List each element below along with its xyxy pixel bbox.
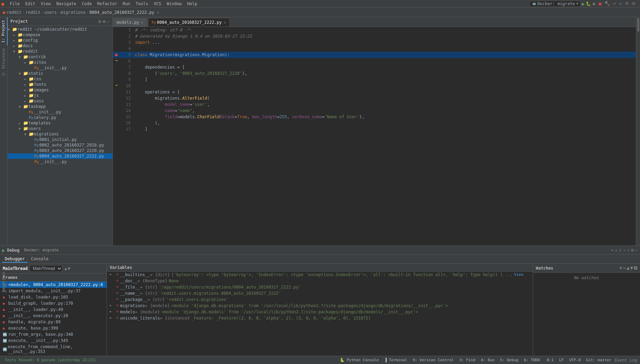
tab-console[interactable]: Console	[28, 256, 51, 263]
event-log-btn[interactable]: Event Log	[615, 358, 637, 363]
expand-sites[interactable]: ►	[24, 61, 28, 64]
expand-users[interactable]: ▼	[19, 127, 23, 131]
expand-static[interactable]: ▼	[19, 72, 23, 75]
remove-watch-btn[interactable]: −	[623, 265, 626, 271]
tree-celery[interactable]: Py celery.py	[8, 115, 112, 120]
expand-migrations[interactable]: ▼	[24, 132, 28, 136]
var-models[interactable]: ► ≡ models = {module} <module 'django.db…	[107, 309, 533, 315]
tree-users[interactable]: ▼ 📁 users	[8, 126, 112, 131]
expand-compose[interactable]: ►	[13, 33, 17, 37]
frame-init-loader[interactable]: ● __init__, loader.py:49	[0, 306, 107, 313]
tree-init-contrib[interactable]: Py __init__.py	[8, 65, 112, 71]
project-tab[interactable]: 1: Project	[0, 17, 8, 46]
step-into-btn[interactable]: ↓	[615, 247, 618, 253]
status-version-control[interactable]: 9: Version Control	[411, 358, 456, 362]
frame-import[interactable]: Py import_module, __init__.py:37	[0, 288, 107, 294]
tree-js[interactable]: ► 📁 js	[8, 93, 112, 98]
status-find[interactable]: 3: Find	[457, 358, 477, 362]
evaluate-btn[interactable]: ⚡	[627, 247, 630, 253]
resume-btn[interactable]: ▶	[2, 247, 5, 253]
menu-navigate[interactable]: Navigate	[53, 1, 79, 7]
tree-compose[interactable]: ► 📁 compose	[8, 32, 112, 38]
tab-models[interactable]: models.py ×	[113, 18, 147, 27]
expand-js[interactable]: ►	[24, 94, 28, 98]
tree-root[interactable]: ▼ 📁 reddit ~/cookiecutter/reddit	[8, 27, 112, 32]
tree-reddit[interactable]: ▼ 📁 reddit	[8, 49, 112, 54]
menu-help[interactable]: Help	[185, 1, 200, 7]
run-to-cursor-btn[interactable]: ⇢	[623, 247, 626, 253]
var-migrations[interactable]: ► ≡ migrations = {module} <module 'djang…	[107, 303, 533, 309]
tree-0002[interactable]: Py 0002_auto_20160327_2018.py	[8, 142, 112, 148]
tree-templates[interactable]: ► 📁 templates	[8, 120, 112, 126]
stop-button[interactable]: ■	[598, 0, 603, 7]
thread-down[interactable]: ▼	[68, 266, 70, 271]
scroll-thumb[interactable]	[637, 18, 639, 32]
expand-docs[interactable]: ►	[13, 44, 17, 48]
expand-css[interactable]: ►	[24, 77, 28, 81]
expand-config[interactable]: ►	[13, 39, 17, 42]
build-button[interactable]: 🔨	[603, 0, 611, 7]
tree-contrib[interactable]: ▼ 📁 contrib	[8, 54, 112, 60]
view-link-builtins[interactable]: View	[514, 272, 523, 277]
thread-up[interactable]: ▲	[65, 266, 67, 271]
settings-btn[interactable]: ⊕	[102, 19, 105, 24]
tree-sites[interactable]: ► 📁 sites	[8, 60, 112, 65]
add-watch-btn[interactable]: +	[619, 265, 622, 271]
bc-reddit[interactable]: reddit	[7, 10, 21, 15]
menu-tools[interactable]: Tools	[133, 1, 151, 7]
tree-static[interactable]: ▼ 📁 static	[8, 71, 112, 76]
step-out-btn[interactable]: ↑	[619, 247, 622, 253]
expand-templates[interactable]: ►	[19, 121, 23, 125]
frame-execute-base[interactable]: ● execute, base.py:399	[0, 325, 107, 331]
var-file[interactable]: ► ≡ __file__ = {str} '/app/reddit/users/…	[107, 284, 533, 290]
frame-build-graph[interactable]: ● build_graph, loader.py:170	[0, 300, 107, 306]
expand-reddit-root[interactable]: ▼	[8, 28, 12, 31]
frame-execute-cmd[interactable]: 🔤 execute_from_command_line, __init__.py…	[0, 344, 107, 355]
close-sidebar-btn[interactable]: —	[107, 19, 110, 24]
copy-watch-btn[interactable]: ⧉	[634, 265, 637, 271]
tree-0004[interactable]: Py 0004_auto_20160327_2222.py	[8, 153, 112, 159]
sync-btn[interactable]: ⚙	[98, 19, 101, 24]
tree-init-migrations[interactable]: Py __init__.py	[8, 159, 112, 164]
menu-code[interactable]: Code	[79, 1, 95, 7]
status-python-console[interactable]: 🐍 Python Console	[338, 358, 381, 362]
tab-migration-close[interactable]: ×	[224, 20, 226, 25]
toolbar-btn-3[interactable]: ⟲	[624, 0, 630, 7]
step-over-btn[interactable]: ↷	[611, 247, 613, 253]
status-terminal[interactable]: ▐ Terminal	[382, 358, 409, 362]
frame-init-executor[interactable]: ● __init__, executor.py:20	[0, 313, 107, 319]
expand-reddit[interactable]: ▼	[13, 50, 17, 53]
frame-execute-init[interactable]: 🔤 execute, __init__.py:345	[0, 337, 107, 344]
menu-file[interactable]: File	[7, 1, 22, 7]
code-editor[interactable]: 1 # -*- coding: utf-8 -*- 2 # Generated …	[113, 27, 636, 245]
debug-button[interactable]: 🐛	[586, 1, 591, 6]
bc-reddit2[interactable]: reddit	[26, 10, 40, 15]
tree-docs[interactable]: ► 📁 docs	[8, 43, 112, 49]
thread-dropdown[interactable]: MainThread	[30, 265, 62, 272]
tab-debugger[interactable]: Debugger	[2, 256, 28, 263]
menu-vcs[interactable]: VCS	[151, 1, 164, 7]
expand-fonts[interactable]: ►	[24, 83, 28, 87]
frame-run-from-argv[interactable]: 🔤 run_from_argv, base.py:348	[0, 331, 107, 337]
bc-file[interactable]: 0004_auto_20160327_2222.py ›	[89, 10, 159, 15]
nav-up-btn[interactable]: ▲	[627, 265, 629, 271]
var-expand-models[interactable]: ►	[110, 310, 115, 313]
tree-images[interactable]: ► 📁 images	[8, 87, 112, 93]
structure-tab[interactable]: 2: Structure	[0, 46, 7, 78]
menu-refactor[interactable]: Refactor	[95, 1, 120, 7]
var-name[interactable]: ► ≡ __name__ = {str} 'reddit.users.migra…	[107, 290, 533, 296]
run-button[interactable]: ▶	[582, 1, 584, 7]
collapse-btn[interactable]: —	[635, 247, 638, 253]
menu-view[interactable]: View	[38, 1, 53, 7]
status-run-tab[interactable]: 4: Run	[479, 358, 497, 362]
menu-edit[interactable]: Edit	[22, 1, 38, 7]
debug-settings-btn[interactable]: ⚙	[631, 247, 634, 253]
tree-taskapp[interactable]: ▼ 📁 taskapp	[8, 104, 112, 109]
expand-sass[interactable]: ►	[24, 99, 28, 103]
expand-images[interactable]: ►	[24, 88, 28, 92]
status-todo[interactable]: 6: TODO	[522, 358, 542, 362]
frame-0004[interactable]: Py <module>, 0004_auto_20160327_2222.py:…	[0, 282, 107, 288]
var-doc[interactable]: ► ≡ __doc__ = {NoneType} None	[107, 278, 533, 284]
toolbar-btn-4[interactable]: ⟳	[631, 0, 637, 7]
tab-models-close[interactable]: ×	[141, 20, 144, 25]
